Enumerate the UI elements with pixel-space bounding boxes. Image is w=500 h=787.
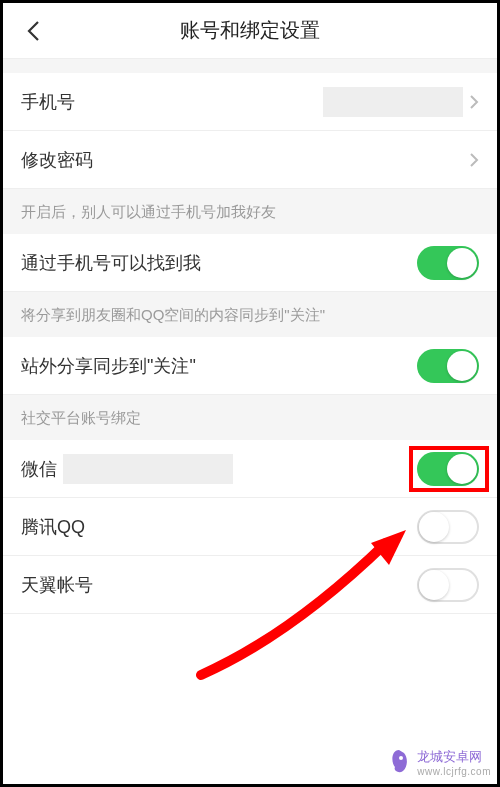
find-by-phone-row: 通过手机号可以找到我 — [3, 234, 497, 292]
social-header: 社交平台账号绑定 — [3, 395, 497, 440]
watermark-name: 龙城安卓网 — [417, 749, 482, 764]
sync-toggle[interactable] — [417, 349, 479, 383]
find-by-phone-toggle[interactable] — [417, 246, 479, 280]
chevron-left-icon — [26, 20, 40, 42]
find-by-phone-label: 通过手机号可以找到我 — [21, 251, 201, 275]
change-password-row[interactable]: 修改密码 — [3, 131, 497, 189]
tianyi-label: 天翼帐号 — [21, 573, 93, 597]
phone-row[interactable]: 手机号 — [3, 73, 497, 131]
section-gap — [3, 59, 497, 73]
tianyi-row: 天翼帐号 — [3, 556, 497, 614]
qq-row: 腾讯QQ — [3, 498, 497, 556]
tianyi-toggle[interactable] — [417, 568, 479, 602]
back-button[interactable] — [17, 15, 49, 47]
phone-label: 手机号 — [21, 90, 75, 114]
svg-point-1 — [399, 756, 403, 760]
wechat-value-masked — [63, 454, 233, 484]
sync-desc: 将分享到朋友圈和QQ空间的内容同步到"关注" — [3, 292, 497, 337]
watermark-url: www.lcjrfg.com — [417, 766, 491, 777]
qq-label: 腾讯QQ — [21, 515, 85, 539]
page-title: 账号和绑定设置 — [3, 17, 497, 44]
change-password-label: 修改密码 — [21, 148, 93, 172]
wechat-toggle[interactable] — [417, 452, 479, 486]
qq-toggle[interactable] — [417, 510, 479, 544]
sync-row: 站外分享同步到"关注" — [3, 337, 497, 395]
phone-value-masked — [323, 87, 463, 117]
wechat-label: 微信 — [21, 457, 57, 481]
sync-label: 站外分享同步到"关注" — [21, 354, 196, 378]
watermark: 龙城安卓网 www.lcjrfg.com — [385, 747, 491, 778]
chevron-right-icon — [469, 94, 479, 110]
watermark-logo-icon — [385, 747, 413, 778]
find-by-phone-desc: 开启后，别人可以通过手机号加我好友 — [3, 189, 497, 234]
chevron-right-icon — [469, 152, 479, 168]
wechat-row: 微信 — [3, 440, 497, 498]
